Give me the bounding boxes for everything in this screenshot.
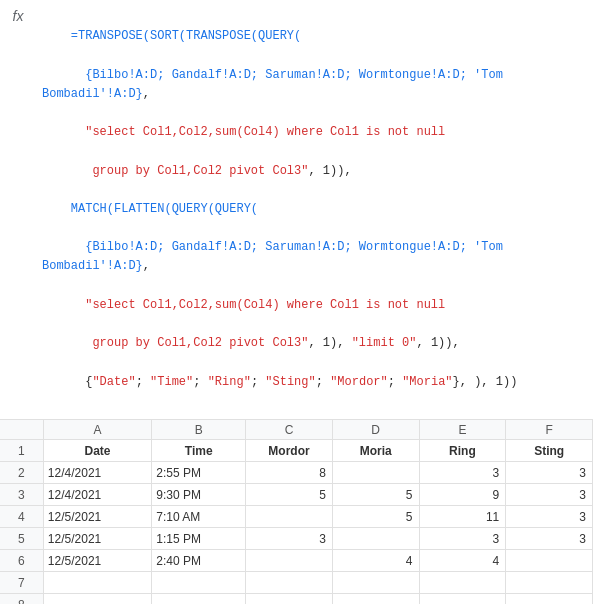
- table-row: 8: [0, 594, 593, 604]
- table-row: 7: [0, 572, 593, 594]
- formula-content[interactable]: =TRANSPOSE(SORT(TRANSPOSE(QUERY( {Bilbo!…: [36, 4, 593, 415]
- cell-1d[interactable]: Moria: [332, 440, 419, 462]
- row-num-4: 4: [0, 506, 43, 528]
- cell-5c[interactable]: 3: [246, 528, 333, 550]
- formula-bar: fx =TRANSPOSE(SORT(TRANSPOSE(QUERY( {Bil…: [0, 0, 593, 420]
- cell-6a[interactable]: 12/5/2021: [43, 550, 151, 572]
- cell-4d[interactable]: 5: [332, 506, 419, 528]
- cell-3d[interactable]: 5: [332, 484, 419, 506]
- cell-4b[interactable]: 7:10 AM: [152, 506, 246, 528]
- cell-8b[interactable]: [152, 594, 246, 604]
- cell-2f[interactable]: 3: [506, 462, 593, 484]
- col-header-e[interactable]: E: [419, 420, 506, 440]
- cell-6e[interactable]: 4: [419, 550, 506, 572]
- cell-2d[interactable]: [332, 462, 419, 484]
- spreadsheet: A B C D E F 1 Date Time Mordor Moria Rin…: [0, 420, 593, 604]
- cell-4a[interactable]: 12/5/2021: [43, 506, 151, 528]
- cell-7d[interactable]: [332, 572, 419, 594]
- cell-3c[interactable]: 5: [246, 484, 333, 506]
- cell-1f[interactable]: Sting: [506, 440, 593, 462]
- corner-cell: [0, 420, 43, 440]
- cell-6d[interactable]: 4: [332, 550, 419, 572]
- cell-5e[interactable]: 3: [419, 528, 506, 550]
- cell-7b[interactable]: [152, 572, 246, 594]
- cell-3f[interactable]: 3: [506, 484, 593, 506]
- column-header-row: A B C D E F: [0, 420, 593, 440]
- cell-5a[interactable]: 12/5/2021: [43, 528, 151, 550]
- row-num-5: 5: [0, 528, 43, 550]
- row-num-1: 1: [0, 440, 43, 462]
- cell-8e[interactable]: [419, 594, 506, 604]
- row-num-2: 2: [0, 462, 43, 484]
- table-row: 3 12/4/2021 9:30 PM 5 5 9 3: [0, 484, 593, 506]
- cell-7f[interactable]: [506, 572, 593, 594]
- cell-5d[interactable]: [332, 528, 419, 550]
- cell-4f[interactable]: 3: [506, 506, 593, 528]
- table-row: 5 12/5/2021 1:15 PM 3 3 3: [0, 528, 593, 550]
- table-row: 6 12/5/2021 2:40 PM 4 4: [0, 550, 593, 572]
- cell-1a[interactable]: Date: [43, 440, 151, 462]
- cell-6c[interactable]: [246, 550, 333, 572]
- cell-1c[interactable]: Mordor: [246, 440, 333, 462]
- cell-1b[interactable]: Time: [152, 440, 246, 462]
- cell-8c[interactable]: [246, 594, 333, 604]
- table-row: 4 12/5/2021 7:10 AM 5 11 3: [0, 506, 593, 528]
- col-header-a[interactable]: A: [43, 420, 151, 440]
- col-header-f[interactable]: F: [506, 420, 593, 440]
- cell-5f[interactable]: 3: [506, 528, 593, 550]
- cell-7c[interactable]: [246, 572, 333, 594]
- cell-2a[interactable]: 12/4/2021: [43, 462, 151, 484]
- cell-3e[interactable]: 9: [419, 484, 506, 506]
- cell-1e[interactable]: Ring: [419, 440, 506, 462]
- cell-3a[interactable]: 12/4/2021: [43, 484, 151, 506]
- cell-7e[interactable]: [419, 572, 506, 594]
- fx-label: fx: [0, 4, 36, 24]
- row-num-7: 7: [0, 572, 43, 594]
- table-row: 2 12/4/2021 2:55 PM 8 3 3: [0, 462, 593, 484]
- row-num-6: 6: [0, 550, 43, 572]
- cell-6f[interactable]: [506, 550, 593, 572]
- row-num-8: 8: [0, 594, 43, 604]
- col-header-d[interactable]: D: [332, 420, 419, 440]
- cell-2e[interactable]: 3: [419, 462, 506, 484]
- cell-3b[interactable]: 9:30 PM: [152, 484, 246, 506]
- cell-4e[interactable]: 11: [419, 506, 506, 528]
- cell-6b[interactable]: 2:40 PM: [152, 550, 246, 572]
- table-row: 1 Date Time Mordor Moria Ring Sting: [0, 440, 593, 462]
- cell-4c[interactable]: [246, 506, 333, 528]
- cell-5b[interactable]: 1:15 PM: [152, 528, 246, 550]
- col-header-c[interactable]: C: [246, 420, 333, 440]
- cell-2b[interactable]: 2:55 PM: [152, 462, 246, 484]
- cell-2c[interactable]: 8: [246, 462, 333, 484]
- cell-7a[interactable]: [43, 572, 151, 594]
- cell-8a[interactable]: [43, 594, 151, 604]
- col-header-b[interactable]: B: [152, 420, 246, 440]
- cell-8d[interactable]: [332, 594, 419, 604]
- spreadsheet-table: A B C D E F 1 Date Time Mordor Moria Rin…: [0, 420, 593, 604]
- cell-8f[interactable]: [506, 594, 593, 604]
- row-num-3: 3: [0, 484, 43, 506]
